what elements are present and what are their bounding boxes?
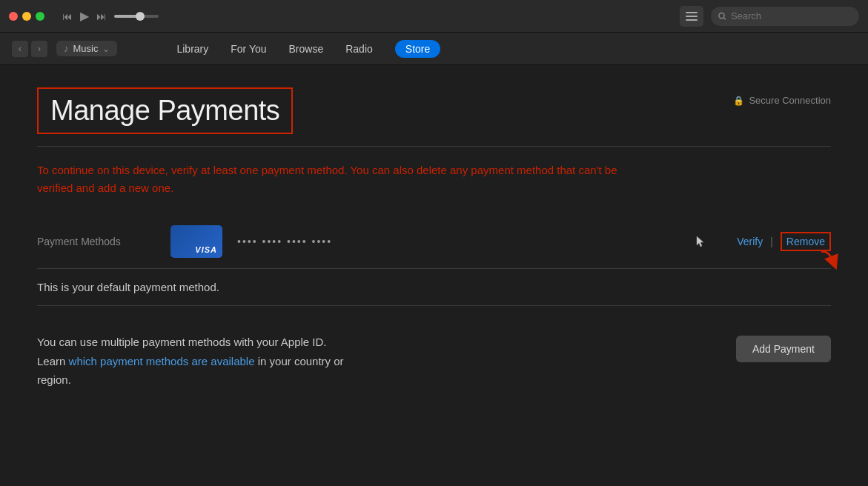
radio-nav-link[interactable]: Radio	[345, 43, 373, 55]
search-bar[interactable]	[711, 7, 859, 26]
volume-slider[interactable]	[114, 15, 159, 18]
add-payment-info: You can use multiple payment methods wit…	[37, 333, 482, 390]
nav-links: Library For You Browse Radio Store	[176, 40, 440, 58]
svg-point-3	[719, 13, 724, 18]
lock-icon: 🔒	[733, 96, 744, 106]
cursor-area	[695, 235, 707, 248]
titlebar: ⏮ ▶ ⏭	[0, 0, 868, 33]
verify-link[interactable]: Verify	[737, 236, 763, 247]
payment-row: Payment Methods VISA •••• •••• •••• ••••…	[37, 215, 831, 269]
fast-forward-button[interactable]: ⏭	[96, 10, 107, 22]
nav-arrows: ‹ ›	[12, 41, 47, 57]
cursor-icon	[695, 235, 707, 248]
browse-nav-link[interactable]: Browse	[289, 43, 324, 55]
chevron-down-icon: ⌄	[102, 44, 110, 54]
page-header: Manage Payments 🔒 Secure Connection	[37, 87, 831, 147]
for-you-nav-link[interactable]: For You	[231, 43, 266, 55]
add-payment-description: You can use multiple payment methods wit…	[37, 333, 482, 390]
payment-methods-link[interactable]: which payment methods are available	[69, 355, 255, 367]
rewind-button[interactable]: ⏮	[62, 10, 73, 22]
remove-link[interactable]: Remove	[786, 236, 825, 247]
volume-knob	[136, 12, 145, 21]
library-nav-link[interactable]: Library	[176, 43, 208, 55]
action-separator: |	[770, 236, 773, 247]
list-view-icon[interactable]	[680, 6, 703, 27]
payment-methods-label: Payment Methods	[37, 236, 156, 247]
breadcrumb-label: Music	[73, 43, 99, 54]
titlebar-right	[680, 6, 859, 27]
add-payment-section: You can use multiple payment methods wit…	[37, 321, 831, 390]
svg-rect-2	[686, 19, 698, 21]
play-button[interactable]: ▶	[80, 9, 89, 23]
minimize-button[interactable]	[22, 12, 31, 21]
search-icon	[718, 12, 726, 21]
add-payment-button[interactable]: Add Payment	[736, 336, 831, 362]
credit-card-visual: VISA	[170, 225, 222, 258]
page-title: Manage Payments	[50, 95, 279, 127]
visa-label: VISA	[195, 245, 217, 254]
payment-actions: Verify | Remove	[737, 232, 831, 251]
music-breadcrumb[interactable]: ♪ Music ⌄	[56, 41, 117, 56]
remove-link-box: Remove	[781, 232, 831, 251]
back-arrow-button[interactable]: ‹	[12, 41, 28, 57]
forward-arrow-button[interactable]: ›	[31, 41, 47, 57]
search-input[interactable]	[731, 10, 852, 21]
red-arrow-indicator	[818, 248, 840, 270]
svg-rect-0	[686, 12, 698, 13]
maximize-button[interactable]	[36, 12, 44, 21]
secure-connection-label: Secure Connection	[749, 95, 831, 106]
music-note-icon: ♪	[64, 43, 69, 54]
main-content: Manage Payments 🔒 Secure Connection To c…	[0, 65, 868, 486]
store-nav-link[interactable]: Store	[395, 40, 440, 58]
traffic-lights	[9, 12, 44, 21]
navbar: ‹ › ♪ Music ⌄ Library For You Browse Rad…	[0, 33, 868, 65]
page-title-highlight-box: Manage Payments	[37, 87, 293, 134]
svg-rect-1	[686, 16, 698, 17]
close-button[interactable]	[9, 12, 18, 21]
svg-line-4	[724, 18, 726, 19]
warning-message: To continue on this device, verify at le…	[37, 162, 630, 197]
secure-connection-indicator: 🔒 Secure Connection	[733, 95, 831, 106]
card-number-masked: •••• •••• •••• ••••	[237, 236, 680, 247]
media-controls: ⏮ ▶ ⏭	[62, 9, 159, 23]
default-payment-text: This is your default payment method.	[37, 269, 831, 306]
